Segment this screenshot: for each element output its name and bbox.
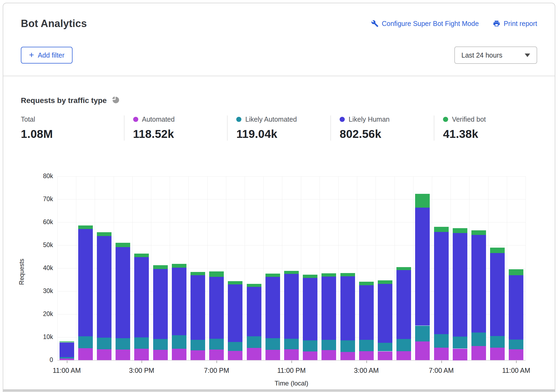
y-tick-label: 60k [21,218,53,226]
gridline [57,176,58,360]
bar-segment-verified-bot [116,243,130,247]
bar-segment-likely-automated [359,340,374,351]
y-tick-label: 0 [21,356,53,364]
gridline [57,176,526,177]
bar-segment-verified-bot [453,228,467,233]
stat-label: Total [21,115,35,123]
section-title-row: Requests by traffic type [21,96,120,105]
gridline [188,176,189,360]
bar-segment-likely-human [116,247,130,338]
stat-label: Automated [142,115,175,123]
bar-segment-likely-human [415,208,430,325]
x-tick-mark [67,361,67,363]
bar-segment-likely-human [321,277,336,340]
gridline [76,176,76,360]
bar-segment-likely-human [228,284,242,342]
x-tick-label: 7:00 AM [429,367,454,374]
y-tick-label: 20k [21,310,53,318]
stat-label: Likely Human [349,115,389,123]
bar-segment-likely-automated [265,338,280,350]
bar-segment-verified-bot [490,248,505,253]
bar-segment-likely-automated [453,337,467,348]
bar-segment-likely-human [60,343,74,357]
stat-value: 41.38k [443,128,534,141]
printer-icon [493,20,500,27]
bar-segment-likely-automated [228,342,242,351]
x-tick-mark [291,361,292,363]
bar-segment-likely-automated [415,326,430,341]
bar-segment-automated [191,350,205,360]
bar-segment-likely-automated [321,340,336,350]
bar-segment-automated [60,358,74,360]
bar-segment-verified-bot [434,227,449,232]
x-tick-label: 11:00 AM [502,367,530,374]
bar-segment-automated [228,351,242,360]
header-row: Bot Analytics Configure Super Bot Fight … [21,15,537,32]
bar-segment-automated [434,348,449,360]
stat-label: Likely Automated [245,115,297,123]
gridline [151,176,151,360]
gridline [338,176,339,360]
bar-segment-verified-bot [396,267,411,270]
bar-segment-automated [134,349,149,360]
add-filter-label: Add filter [38,51,65,59]
bar-segment-likely-automated [172,335,186,349]
y-tick-label: 50k [21,241,53,249]
y-tick-label: 10k [21,333,53,341]
bar-segment-automated [78,348,93,360]
bar-segment-likely-human [434,232,449,334]
print-report-link[interactable]: Print report [493,20,537,28]
bar-segment-verified-bot [60,341,74,342]
bar-segment-automated [359,351,374,360]
bar-segment-likely-automated [490,336,505,348]
bar-segment-automated [247,348,261,360]
bar-segment-automated [153,350,168,360]
header-links: Configure Super Bot Fight Mode Print rep… [371,20,537,28]
bar-segment-automated [303,351,317,360]
time-range-select[interactable]: Last 24 hours [454,46,537,64]
legend-dot-icon [236,117,241,122]
bar-segment-verified-bot [191,272,205,275]
gridline [57,222,526,222]
stat-label-row: Likely Human [340,115,431,123]
time-range-value: Last 24 hours [461,51,503,59]
print-link-label: Print report [504,20,537,28]
bar-segment-verified-bot [97,232,111,236]
bar-segment-verified-bot [340,273,355,276]
bar-segment-likely-human [265,277,280,338]
bar-segment-verified-bot [378,280,392,284]
bar-segment-automated [415,341,430,360]
bar-segment-automated [378,351,392,360]
y-tick-label: 70k [21,195,53,203]
gridline [395,176,395,360]
bar-segment-verified-bot [321,273,336,277]
add-filter-button[interactable]: + Add filter [21,47,73,64]
pie-chart-icon [111,96,120,105]
bar-segment-likely-automated [191,340,205,350]
gridline [57,199,526,200]
bar-segment-verified-bot [209,271,224,277]
gridline [207,176,208,360]
x-tick-mark [441,361,442,363]
bar-segment-likely-human [153,269,168,339]
bar-segment-likely-automated [153,339,168,350]
bar-segment-likely-automated [303,340,317,351]
gridline [170,176,170,360]
bar-segment-likely-human [509,275,523,340]
x-tick-mark [142,361,142,363]
x-tick-label: 3:00 PM [129,367,154,374]
bar-segment-verified-bot [134,254,149,257]
legend-dot-icon [443,117,448,122]
bar-segment-verified-bot [228,281,242,284]
bar-segment-likely-human [78,229,93,336]
gridline [357,176,357,360]
bar-segment-likely-human [134,257,149,337]
bar-segment-likely-human [396,270,411,339]
gridline [245,176,245,360]
stat-label-row: Likely Automated [236,115,328,123]
bar-segment-likely-human [453,233,467,337]
configure-super-bot-fight-mode-link[interactable]: Configure Super Bot Fight Mode [371,20,479,28]
bar-segment-likely-automated [284,339,299,349]
stat-label-row: Total [21,115,121,123]
bar-segment-likely-automated [116,338,130,350]
